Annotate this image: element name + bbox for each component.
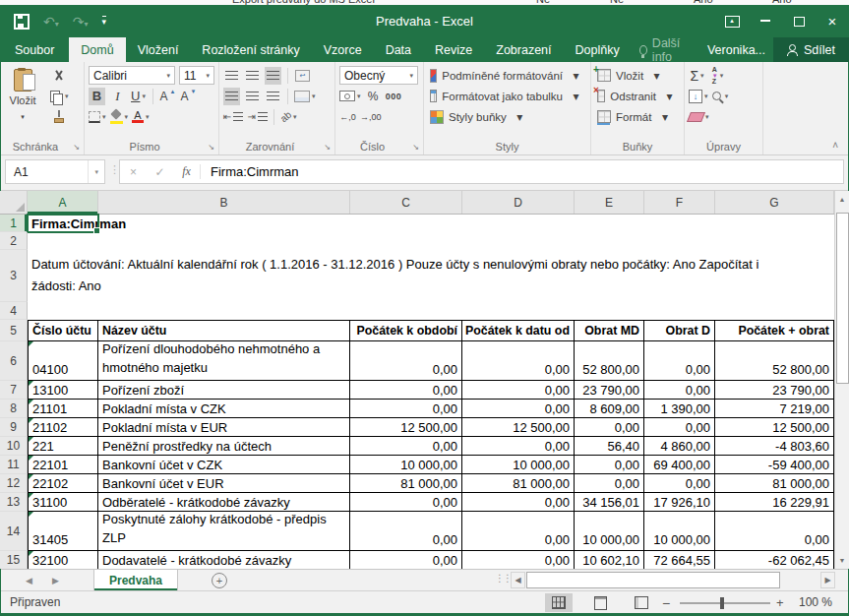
cell[interactable]: 4 860,00 xyxy=(644,437,715,456)
cell[interactable]: 0,00 xyxy=(350,437,462,456)
cell[interactable]: Dodavatelé - krátkodobé závazky xyxy=(98,551,350,569)
cell[interactable]: 0,00 xyxy=(575,474,644,493)
cell[interactable]: 32100 xyxy=(28,551,98,569)
cell[interactable]: Peněžní prostředky na účtech xyxy=(98,437,350,456)
row-header[interactable]: 4 xyxy=(0,302,28,320)
cell[interactable]: 0,00 xyxy=(462,341,575,381)
cell[interactable]: 10 000,00 xyxy=(575,512,644,551)
ribbon-tab-1[interactable]: Vložení xyxy=(126,37,191,62)
cell[interactable]: 0,00 xyxy=(462,512,575,551)
decrease-font-button[interactable]: A▼ xyxy=(180,88,197,105)
cell[interactable]: -62 062,45 xyxy=(715,551,834,569)
undo-button[interactable]: ↶▾ xyxy=(43,13,59,31)
italic-button[interactable]: I xyxy=(109,88,126,105)
conditional-formatting-button[interactable]: Podmíněné formátování▾ xyxy=(424,65,590,86)
column-header-F[interactable]: F xyxy=(644,191,715,214)
row-header[interactable]: 9 xyxy=(0,418,28,437)
vertical-scroll-thumb[interactable] xyxy=(836,213,849,384)
cell[interactable]: 1 390,00 xyxy=(644,400,715,418)
formula-input[interactable]: × ✓ fx Firma:Cimrman xyxy=(119,159,844,184)
fill-color-button[interactable]: ▾ xyxy=(110,108,129,126)
cell[interactable]: Pořízení zboží xyxy=(98,381,350,400)
page-break-view-button[interactable] xyxy=(628,593,655,612)
decrease-indent-button[interactable]: ⇤ xyxy=(223,108,243,126)
table-header-cell[interactable]: Obrat D xyxy=(644,320,715,341)
ribbon-tab-6[interactable]: Zobrazení xyxy=(484,37,563,62)
increase-decimal-button[interactable]: ←,0 xyxy=(339,108,356,126)
paste-button[interactable]: Vložit ▾ xyxy=(1,65,44,126)
save-icon[interactable] xyxy=(14,14,30,30)
merge-center-button[interactable]: ▾ xyxy=(294,88,316,105)
new-sheet-button[interactable]: + xyxy=(212,573,227,588)
cell[interactable]: 56,40 xyxy=(575,437,644,456)
fill-button[interactable]: ↓▾ xyxy=(689,88,708,105)
align-center-button[interactable] xyxy=(244,88,261,105)
increase-font-button[interactable]: A▲ xyxy=(159,88,176,105)
vertical-scrollbar[interactable]: ▲ ▼ xyxy=(834,191,849,569)
table-header-cell[interactable]: Číslo účtu xyxy=(28,320,98,341)
align-middle-button[interactable] xyxy=(244,67,261,85)
column-header-A[interactable]: A xyxy=(28,191,98,214)
row-header[interactable]: 11 xyxy=(0,456,28,474)
cell[interactable]: 34 156,01 xyxy=(575,493,644,512)
select-all-corner[interactable] xyxy=(0,191,28,214)
table-header-cell[interactable]: Počátek + obrat xyxy=(715,320,834,341)
cell[interactable]: Firma:Cimrman xyxy=(28,215,98,232)
table-header-cell[interactable]: Název účtu xyxy=(98,320,350,341)
table-header-cell[interactable]: Počátek k období xyxy=(350,320,462,341)
table-header-cell[interactable]: Obrat MD xyxy=(575,320,644,341)
cell[interactable]: 0,00 xyxy=(350,400,462,418)
cell[interactable]: 13100 xyxy=(28,381,98,400)
scroll-left-icon[interactable]: ◀ xyxy=(511,572,525,588)
cell[interactable]: 221 xyxy=(28,437,98,456)
table-header-cell[interactable]: Počátek k datu od xyxy=(462,320,575,341)
cell[interactable]: 04100 xyxy=(28,341,98,381)
cell[interactable]: Pokladní místa v CZK xyxy=(98,400,350,418)
cell[interactable]: 0,00 xyxy=(462,551,575,569)
row-header[interactable]: 1 xyxy=(0,215,28,232)
comma-style-button[interactable]: 000 xyxy=(386,88,402,105)
cell[interactable]: 81 000,00 xyxy=(715,474,834,493)
user-account[interactable]: Veronika... xyxy=(699,37,773,62)
dialog-launcher-icon[interactable]: ↘ xyxy=(73,143,80,152)
cell-styles-button[interactable]: Styly buňky▾ xyxy=(424,106,590,127)
cut-button[interactable] xyxy=(50,67,67,85)
zoom-slider-track[interactable] xyxy=(680,602,770,604)
cell[interactable]: 0,00 xyxy=(350,381,462,400)
sheet-tab-predvaha[interactable]: Predvaha xyxy=(93,570,178,590)
cell[interactable]: Pořízení dlouhodobého nehmotného ahmotné… xyxy=(98,341,350,381)
page-layout-view-button[interactable] xyxy=(586,593,614,612)
autosum-button[interactable]: Σ▾ xyxy=(689,67,705,85)
redo-button[interactable]: ↷▾ xyxy=(73,13,89,31)
format-as-table-button[interactable]: Formátovat jako tabulku▾ xyxy=(424,86,590,106)
accounting-format-button[interactable]: ▾ xyxy=(339,88,361,105)
tell-me-button[interactable]: Další info xyxy=(632,37,699,62)
ribbon-display-options-button[interactable]: ▴ xyxy=(715,5,749,37)
scroll-down-icon[interactable]: ▼ xyxy=(835,552,849,569)
insert-cells-button[interactable]: Vložit▾ xyxy=(591,65,684,86)
zoom-out-button[interactable]: − xyxy=(662,595,670,611)
cell[interactable]: 0,00 xyxy=(644,381,715,400)
cell[interactable]: Datum účtování: Aktuální kalendářní rok … xyxy=(28,250,834,302)
horizontal-scrollbar[interactable]: ◀ ▶ xyxy=(511,570,835,590)
cell[interactable]: 0,00 xyxy=(644,418,715,437)
font-size-dropdown[interactable]: 11▾ xyxy=(179,66,214,85)
horizontal-scroll-thumb[interactable] xyxy=(526,572,780,588)
cell[interactable]: 0,00 xyxy=(462,400,575,418)
ribbon-tab-5[interactable]: Revize xyxy=(423,37,484,62)
column-header-D[interactable]: D xyxy=(462,191,575,214)
cell[interactable]: Bankovní účet v CZK xyxy=(98,456,350,474)
font-name-dropdown[interactable]: Calibri▾ xyxy=(89,66,175,85)
cell[interactable]: 52 800,00 xyxy=(715,341,834,381)
customize-qat-button[interactable]: ▾ xyxy=(102,16,107,27)
cell[interactable]: 0,00 xyxy=(715,512,834,551)
row-header[interactable]: 12 xyxy=(0,474,28,493)
ribbon-tab-0[interactable]: Domů xyxy=(69,37,125,62)
clear-button[interactable]: ▾ xyxy=(689,108,709,126)
cell[interactable]: -4 803,60 xyxy=(715,437,834,456)
dialog-launcher-icon[interactable]: ↘ xyxy=(324,143,331,152)
ribbon-tab-7[interactable]: Doplňky xyxy=(564,37,632,62)
wrap-text-button[interactable]: ↩ xyxy=(294,67,311,85)
cell[interactable]: 22101 xyxy=(28,456,98,474)
row-header[interactable]: 8 xyxy=(0,400,28,418)
